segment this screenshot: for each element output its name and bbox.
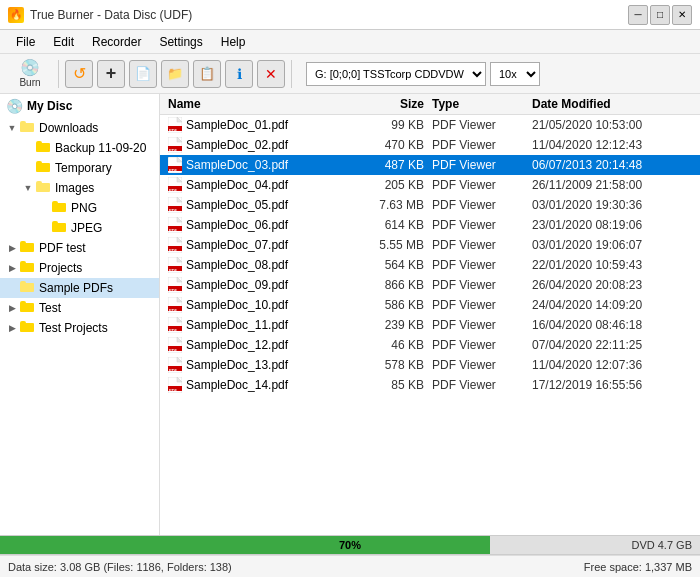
menu-edit[interactable]: Edit bbox=[45, 33, 82, 51]
delete-button[interactable]: ✕ bbox=[257, 60, 285, 88]
folder-testprojects-icon bbox=[20, 321, 36, 335]
panel-header: 💿 My Disc bbox=[0, 94, 159, 118]
svg-text:PDF: PDF bbox=[169, 328, 178, 333]
table-row[interactable]: PDF SampleDoc_05.pdf7.63 MBPDF Viewer03/… bbox=[160, 195, 700, 215]
close-button[interactable]: ✕ bbox=[672, 5, 692, 25]
add-button[interactable]: + bbox=[97, 60, 125, 88]
drive-select[interactable]: G: [0;0;0] TSSTcorp CDDVDW bbox=[306, 62, 486, 86]
file-type: PDF Viewer bbox=[432, 298, 532, 312]
file-size: 85 KB bbox=[362, 378, 432, 392]
file-list-header: Name Size Type Date Modified bbox=[160, 94, 700, 115]
menu-file[interactable]: File bbox=[8, 33, 43, 51]
file-size: 5.55 MB bbox=[362, 238, 432, 252]
table-row[interactable]: PDF SampleDoc_01.pdf99 KBPDF Viewer21/05… bbox=[160, 115, 700, 135]
file-name: SampleDoc_07.pdf bbox=[186, 238, 362, 252]
minimize-button[interactable]: ─ bbox=[628, 5, 648, 25]
test-label: Test bbox=[39, 301, 61, 315]
expand-pdftest: ▶ bbox=[4, 240, 20, 256]
pdf-icon: PDF bbox=[168, 357, 182, 373]
file-size: 46 KB bbox=[362, 338, 432, 352]
maximize-button[interactable]: □ bbox=[650, 5, 670, 25]
folder-button[interactable]: 📁 bbox=[161, 60, 189, 88]
file-name: SampleDoc_09.pdf bbox=[186, 278, 362, 292]
svg-text:PDF: PDF bbox=[169, 308, 178, 313]
folder-png-icon bbox=[52, 201, 68, 215]
file-date: 16/04/2020 08:46:18 bbox=[532, 318, 692, 332]
jpeg-label: JPEG bbox=[71, 221, 102, 235]
info-button[interactable]: ℹ bbox=[225, 60, 253, 88]
table-row[interactable]: PDF SampleDoc_07.pdf5.55 MBPDF Viewer03/… bbox=[160, 235, 700, 255]
pdf-icon: PDF bbox=[168, 297, 182, 313]
png-label: PNG bbox=[71, 201, 97, 215]
file-type: PDF Viewer bbox=[432, 378, 532, 392]
folder-samplepdfs-icon bbox=[20, 281, 36, 295]
svg-text:PDF: PDF bbox=[169, 148, 178, 153]
speed-select[interactable]: 10x 8x 6x 4x 2x Max bbox=[490, 62, 540, 86]
progress-bar-container: 70% DVD 4.7 GB bbox=[0, 535, 700, 555]
file-name: SampleDoc_05.pdf bbox=[186, 198, 362, 212]
sidebar-item-projects[interactable]: ▶ Projects bbox=[0, 258, 159, 278]
table-row[interactable]: PDF SampleDoc_02.pdf470 KBPDF Viewer11/0… bbox=[160, 135, 700, 155]
file-date: 03/01/2020 19:30:36 bbox=[532, 198, 692, 212]
folder-downloads-icon bbox=[20, 121, 36, 135]
menu-bar: File Edit Recorder Settings Help bbox=[0, 30, 700, 54]
sidebar-item-temporary[interactable]: Temporary bbox=[0, 158, 159, 178]
title-bar-controls: ─ □ ✕ bbox=[628, 5, 692, 25]
file-size: 99 KB bbox=[362, 118, 432, 132]
expand-downloads: ▼ bbox=[4, 120, 20, 136]
move-button[interactable]: 📋 bbox=[193, 60, 221, 88]
file-type: PDF Viewer bbox=[432, 258, 532, 272]
projects-label: Projects bbox=[39, 261, 82, 275]
disc-type-label: DVD 4.7 GB bbox=[631, 539, 692, 551]
pdf-icon: PDF bbox=[168, 177, 182, 193]
folder-pdftest-icon bbox=[20, 241, 36, 255]
sidebar-item-testprojects[interactable]: ▶ Test Projects bbox=[0, 318, 159, 338]
table-row[interactable]: PDF SampleDoc_12.pdf46 KBPDF Viewer07/04… bbox=[160, 335, 700, 355]
file-size: 586 KB bbox=[362, 298, 432, 312]
sidebar-item-png[interactable]: PNG bbox=[0, 198, 159, 218]
file-size: 578 KB bbox=[362, 358, 432, 372]
sidebar-item-test[interactable]: ▶ Test bbox=[0, 298, 159, 318]
table-row[interactable]: PDF SampleDoc_13.pdf578 KBPDF Viewer11/0… bbox=[160, 355, 700, 375]
file-name: SampleDoc_14.pdf bbox=[186, 378, 362, 392]
sidebar-item-pdftest[interactable]: ▶ PDF test bbox=[0, 238, 159, 258]
expand-projects: ▶ bbox=[4, 260, 20, 276]
menu-help[interactable]: Help bbox=[213, 33, 254, 51]
sidebar-item-jpeg[interactable]: JPEG bbox=[0, 218, 159, 238]
pdf-icon: PDF bbox=[168, 117, 182, 133]
sidebar-item-downloads[interactable]: ▼ Downloads bbox=[0, 118, 159, 138]
expand-jpeg bbox=[36, 220, 52, 236]
expand-samplepdfs bbox=[4, 280, 20, 296]
table-row[interactable]: PDF SampleDoc_14.pdf85 KBPDF Viewer17/12… bbox=[160, 375, 700, 395]
file-date: 26/04/2020 20:08:23 bbox=[532, 278, 692, 292]
file-name: SampleDoc_10.pdf bbox=[186, 298, 362, 312]
file-name: SampleDoc_06.pdf bbox=[186, 218, 362, 232]
folder-temporary-icon bbox=[36, 161, 52, 175]
table-row[interactable]: PDF SampleDoc_03.pdf487 KBPDF Viewer06/0… bbox=[160, 155, 700, 175]
add-files-button[interactable]: 📄 bbox=[129, 60, 157, 88]
menu-recorder[interactable]: Recorder bbox=[84, 33, 149, 51]
sidebar-item-backup[interactable]: Backup 11-09-20 bbox=[0, 138, 159, 158]
burn-button[interactable]: 💿 Burn bbox=[8, 57, 52, 91]
table-row[interactable]: PDF SampleDoc_11.pdf239 KBPDF Viewer16/0… bbox=[160, 315, 700, 335]
table-row[interactable]: PDF SampleDoc_10.pdf586 KBPDF Viewer24/0… bbox=[160, 295, 700, 315]
expand-images: ▼ bbox=[20, 180, 36, 196]
svg-text:PDF: PDF bbox=[169, 348, 178, 353]
file-date: 11/04/2020 12:12:43 bbox=[532, 138, 692, 152]
refresh-button[interactable]: ↺ bbox=[65, 60, 93, 88]
burn-label: Burn bbox=[19, 77, 40, 88]
toolbar: 💿 Burn ↺ + 📄 📁 📋 ℹ ✕ G: [0;0;0] TSSTcorp… bbox=[0, 54, 700, 94]
menu-settings[interactable]: Settings bbox=[151, 33, 210, 51]
file-date: 11/04/2020 12:07:36 bbox=[532, 358, 692, 372]
window-title: True Burner - Data Disc (UDF) bbox=[30, 8, 192, 22]
table-row[interactable]: PDF SampleDoc_04.pdf205 KBPDF Viewer26/1… bbox=[160, 175, 700, 195]
table-row[interactable]: PDF SampleDoc_06.pdf614 KBPDF Viewer23/0… bbox=[160, 215, 700, 235]
svg-text:PDF: PDF bbox=[169, 268, 178, 273]
svg-text:PDF: PDF bbox=[169, 188, 178, 193]
table-row[interactable]: PDF SampleDoc_09.pdf866 KBPDF Viewer26/0… bbox=[160, 275, 700, 295]
expand-temporary bbox=[20, 160, 36, 176]
table-row[interactable]: PDF SampleDoc_08.pdf564 KBPDF Viewer22/0… bbox=[160, 255, 700, 275]
sidebar-item-images[interactable]: ▼ Images bbox=[0, 178, 159, 198]
sidebar-item-samplepdfs[interactable]: Sample PDFs bbox=[0, 278, 159, 298]
file-name: SampleDoc_12.pdf bbox=[186, 338, 362, 352]
